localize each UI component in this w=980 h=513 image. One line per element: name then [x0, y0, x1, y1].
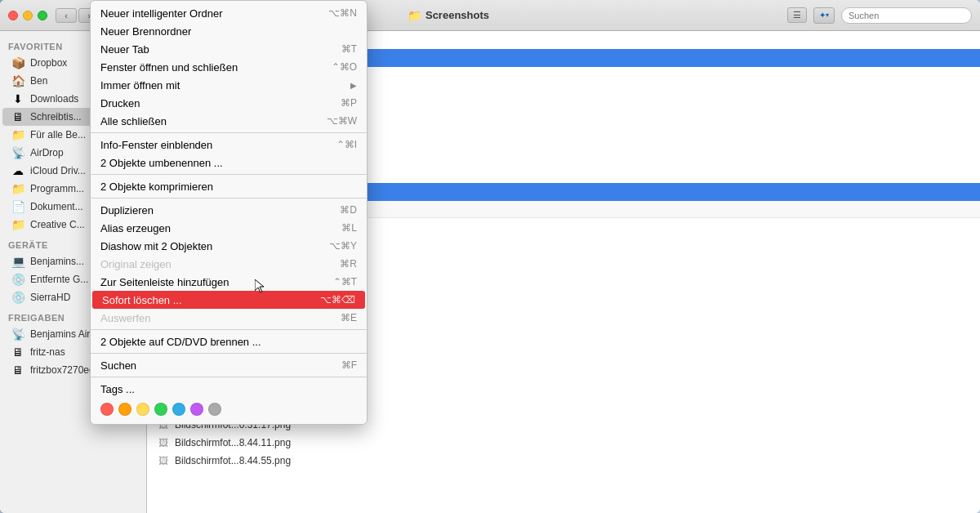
- menu-label-komprimieren: 2 Objekte komprimieren: [100, 181, 213, 193]
- sidebar-label-airdrop: AirDrop: [30, 147, 64, 158]
- laptop-icon: 💻: [11, 255, 25, 268]
- menu-shortcut-info: ⌃⌘I: [336, 139, 357, 150]
- menu-shortcut-loeschen: ⌥⌘⌫: [320, 294, 355, 306]
- sidebar-label-benjamins: Benjamins...: [30, 256, 84, 267]
- menu-shortcut-seitenleiste: ⌃⌘T: [333, 276, 357, 288]
- downloads-icon: ⬇: [11, 92, 25, 105]
- airport-icon: 📡: [11, 328, 25, 341]
- view-toggle-button[interactable]: ☰: [787, 7, 807, 23]
- menu-item-cddvd[interactable]: 2 Objekte auf CD/DVD brennen ...: [91, 332, 367, 350]
- disk-icon-entfernte: 💿: [11, 273, 25, 286]
- menu-item-fenster[interactable]: Fenster öffnen und schließen ⌃⌘O: [91, 58, 367, 76]
- sidebar-label-ben: Ben: [30, 75, 47, 87]
- tag-blue[interactable]: [172, 403, 185, 416]
- tag-red[interactable]: [100, 403, 114, 416]
- menu-label-alle-schliessen: Alle schließen: [100, 115, 167, 127]
- sidebar-label-fritzbox: fritzbox7270eg: [30, 364, 95, 376]
- disk-icon-sierra: 💿: [11, 291, 25, 304]
- menu-item-alias[interactable]: Alias erzeugen ⌘L: [91, 219, 367, 237]
- menu-item-diashow[interactable]: Diashow mit 2 Objekten ⌥⌘Y: [91, 237, 367, 255]
- image-file-icon: 🖼: [157, 437, 170, 448]
- menu-label-duplizieren: Duplizieren: [100, 204, 154, 216]
- sidebar-label-programme: Programm...: [30, 183, 84, 194]
- menu-shortcut-alle: ⌥⌘W: [327, 115, 357, 127]
- dokumente-icon: 📄: [11, 200, 25, 213]
- sidebar-label-dokumente: Dokument...: [30, 201, 83, 212]
- menu-shortcut-drucken: ⌘P: [341, 97, 357, 109]
- menu-divider-2: [91, 174, 367, 175]
- menu-label-seitenleiste: Zur Seitenleiste hinzufügen: [100, 276, 229, 288]
- menu-label-neuer-ordner: Neuer intelligenter Ordner: [100, 7, 223, 20]
- folder-icon-fueralle: 📁: [11, 128, 25, 141]
- menu-shortcut-original: ⌘R: [340, 258, 357, 270]
- icloud-icon: ☁: [11, 164, 25, 177]
- image-file-icon: 🖼: [157, 455, 170, 466]
- toolbar-right: ☰ ✦ ▾: [787, 7, 972, 24]
- menu-label-alias: Alias erzeugen: [100, 222, 171, 234]
- sidebar-label-dropbox: Dropbox: [30, 57, 67, 69]
- server-icon-fritz: 🖥: [11, 346, 25, 359]
- menu-item-drucken[interactable]: Drucken ⌘P: [91, 94, 367, 112]
- sidebar-label-sierrahd: SierraHD: [30, 292, 70, 303]
- menu-shortcut-diashow: ⌥⌘Y: [329, 240, 357, 252]
- menu-item-original: Original zeigen ⌘R: [91, 255, 367, 273]
- menu-item-seitenleiste[interactable]: Zur Seitenleiste hinzufügen ⌃⌘T: [91, 273, 367, 291]
- sidebar-label-creative: Creative C...: [30, 219, 85, 230]
- menu-label-auswerfen: Auswerfen: [100, 312, 150, 324]
- menu-item-duplizieren[interactable]: Duplizieren ⌘D: [91, 201, 367, 219]
- menu-label-diashow: Diashow mit 2 Objekten: [100, 240, 212, 252]
- menu-label-neuer-tab: Neuer Tab: [100, 43, 149, 56]
- menu-item-neuer-tab[interactable]: Neuer Tab ⌘T: [91, 40, 367, 58]
- traffic-lights: [8, 11, 47, 20]
- menu-divider-3: [91, 198, 367, 199]
- menu-divider-1: [91, 132, 367, 133]
- nav-back-button[interactable]: ‹: [56, 8, 77, 23]
- menu-shortcut-neuer-tab: ⌘T: [341, 43, 357, 55]
- programme-icon: 📁: [11, 182, 25, 195]
- tag-purple[interactable]: [190, 403, 203, 416]
- sidebar-label-schreibtisch: Schreibtis...: [30, 111, 82, 123]
- creative-icon: 📁: [11, 218, 25, 231]
- search-input[interactable]: [841, 7, 972, 24]
- menu-label-drucken: Drucken: [100, 97, 140, 109]
- sidebar-label-fritznas: fritz-nas: [30, 346, 65, 358]
- menu-shortcut-duplizieren: ⌘D: [340, 204, 357, 216]
- menu-item-brennordner[interactable]: Neuer Brennordner: [91, 22, 367, 40]
- minimize-button[interactable]: [23, 11, 33, 20]
- menu-label-cddvd: 2 Objekte auf CD/DVD brennen ...: [100, 336, 261, 348]
- file-item[interactable]: 🖼 Bildschirmfot...8.44.11.png: [147, 434, 980, 452]
- tag-yellow[interactable]: [136, 403, 149, 416]
- menu-shortcut-neuer-ordner: ⌥⌘N: [328, 7, 357, 19]
- menu-item-alle-schliessen[interactable]: Alle schließen ⌥⌘W: [91, 112, 367, 130]
- menu-shortcut-alias: ⌘L: [341, 222, 357, 234]
- tag-orange[interactable]: [118, 403, 131, 416]
- sidebar-label-downloads: Downloads: [30, 93, 78, 105]
- menu-shortcut-suchen: ⌘F: [341, 359, 357, 371]
- chevron-down-icon: ▾: [826, 11, 829, 19]
- tag-green[interactable]: [154, 403, 167, 416]
- file-item[interactable]: 🖼 Bildschirmfot...8.44.55.png: [147, 452, 980, 470]
- dropbox-button[interactable]: ✦ ▾: [813, 7, 835, 24]
- menu-label-umbenennen: 2 Objekte umbenennen ...: [100, 157, 223, 169]
- menu-item-umbenennen[interactable]: 2 Objekte umbenennen ...: [91, 154, 367, 172]
- sidebar-label-fueralle: Für alle Be...: [30, 129, 86, 141]
- menu-label-loeschen: Sofort löschen ...: [102, 294, 182, 306]
- tag-gray[interactable]: [208, 403, 221, 416]
- menu-item-loeschen[interactable]: Sofort löschen ... ⌥⌘⌫: [92, 291, 365, 309]
- maximize-button[interactable]: [38, 11, 47, 20]
- menu-item-neuer-ordner[interactable]: Neuer intelligenter Ordner ⌥⌘N: [91, 4, 367, 22]
- menu-item-tags[interactable]: Tags ...: [91, 380, 367, 398]
- menu-item-komprimieren[interactable]: 2 Objekte komprimieren: [91, 177, 367, 195]
- menu-item-info[interactable]: Info-Fenster einblenden ⌃⌘I: [91, 136, 367, 154]
- dropbox-sidebar-icon: 📦: [11, 56, 25, 69]
- menu-item-suchen[interactable]: Suchen ⌘F: [91, 356, 367, 374]
- context-menu: Neuer intelligenter Ordner ⌥⌘N Neuer Bre…: [90, 0, 368, 425]
- menu-shortcut-fenster: ⌃⌘O: [332, 61, 357, 73]
- sidebar-label-icloud: iCloud Driv...: [30, 165, 86, 176]
- close-button[interactable]: [8, 11, 18, 20]
- menu-item-immer-oeffnen[interactable]: Immer öffnen mit: [91, 76, 367, 94]
- menu-divider-4: [91, 329, 367, 330]
- menu-divider-5: [91, 353, 367, 354]
- dropbox-icon: ✦: [819, 11, 826, 20]
- menu-label-fenster: Fenster öffnen und schließen: [100, 61, 238, 74]
